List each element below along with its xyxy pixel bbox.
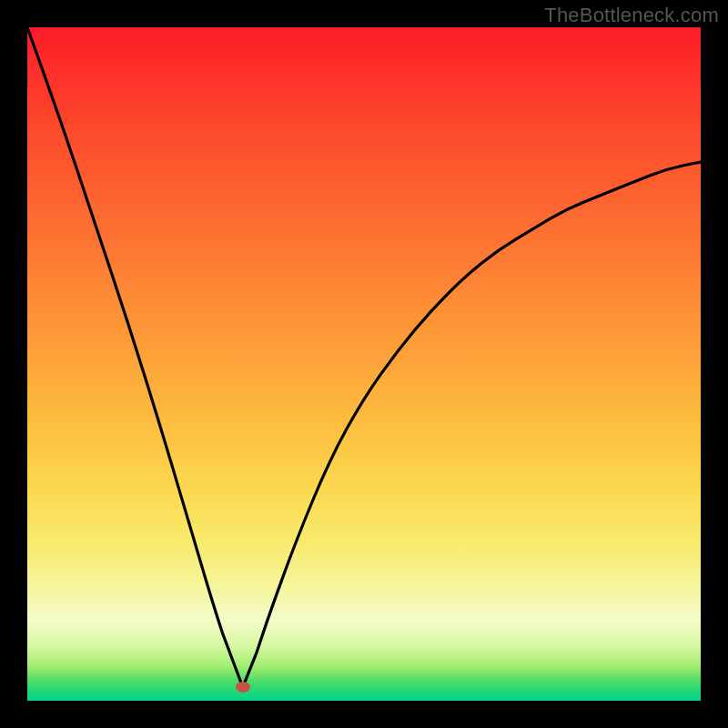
watermark-text: TheBottleneck.com bbox=[544, 4, 719, 27]
bottleneck-minimum-dot bbox=[236, 682, 250, 693]
bottleneck-curve bbox=[27, 27, 701, 701]
plot-area bbox=[27, 27, 701, 701]
chart-frame: TheBottleneck.com bbox=[0, 0, 728, 728]
